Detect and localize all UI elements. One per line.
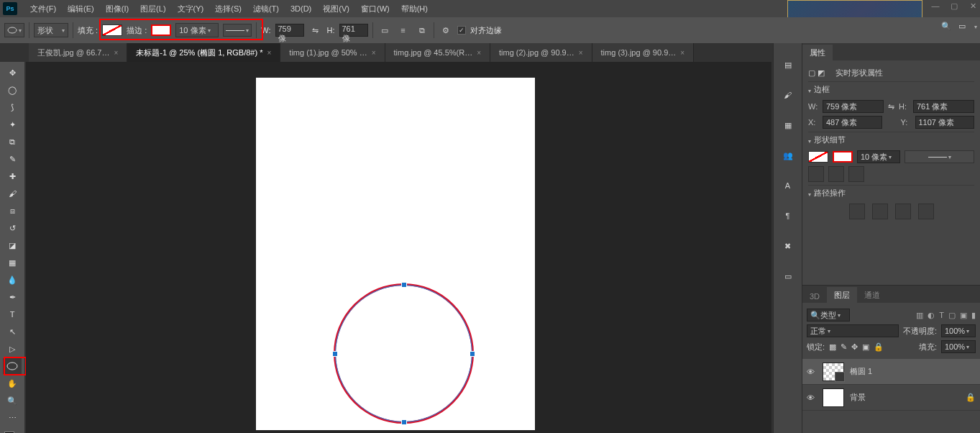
paragraph-icon[interactable]: ¶ [779, 209, 797, 223]
menu-type[interactable]: 文字(Y) [172, 4, 210, 14]
lock-trans-icon[interactable]: ▩ [829, 342, 836, 352]
eyedropper-tool[interactable]: ✎ [3, 151, 22, 167]
fill-input[interactable]: 100% [941, 340, 976, 353]
close-icon[interactable]: × [372, 49, 376, 57]
crop-tool[interactable]: ⧉ [3, 134, 22, 150]
adjustments-icon[interactable]: ✖ [779, 239, 797, 253]
stroke-corner-btn[interactable] [848, 166, 864, 182]
gear-icon[interactable]: ⚙ [439, 23, 453, 37]
close-icon[interactable]: × [267, 49, 272, 57]
styles-icon[interactable]: 👥 [779, 148, 797, 163]
stroke-width-input[interactable]: 10 像素 [175, 23, 219, 37]
menu-3d[interactable]: 3D(D) [285, 4, 317, 13]
tool-preset[interactable] [4, 23, 24, 37]
prop-stroke-style[interactable] [905, 150, 974, 163]
info-icon[interactable]: ▭ [779, 269, 797, 283]
opacity-input[interactable]: 100% [941, 324, 976, 337]
path-select-tool[interactable]: ↖ [3, 324, 22, 339]
filter-type-icon[interactable]: T [939, 311, 944, 320]
handle-left[interactable] [332, 351, 338, 357]
direct-select-tool[interactable]: ▷ [3, 341, 22, 357]
doc-tab-5[interactable]: timg (2).jpg @ 90.9…× [490, 43, 592, 62]
history-brush-tool[interactable]: ↺ [3, 220, 22, 236]
stamp-tool[interactable]: ⧇ [3, 203, 22, 219]
prop-y-input[interactable]: 1107 像素 [915, 116, 975, 129]
lock-nest-icon[interactable]: ▣ [862, 342, 869, 352]
align-icon[interactable]: ≡ [396, 23, 411, 37]
properties-tab[interactable]: 属性 [802, 45, 833, 60]
edit-toolbar[interactable]: ⋯ [3, 410, 22, 426]
layer-row-background[interactable]: 👁 背景 🔒 [802, 385, 980, 411]
search-icon[interactable]: 🔍 [941, 22, 951, 31]
close-icon[interactable]: × [579, 49, 583, 57]
filter-pixel-icon[interactable]: ▥ [916, 311, 923, 320]
lock-all-icon[interactable]: 🔒 [874, 342, 884, 352]
healing-tool[interactable]: ✚ [3, 168, 22, 184]
menu-filter[interactable]: 滤镜(T) [247, 4, 285, 14]
stroke-swatch[interactable] [151, 24, 171, 36]
filter-shape-icon[interactable]: ▢ [948, 311, 956, 320]
layer-name[interactable]: 椭圆 1 [850, 366, 872, 377]
layer-name[interactable]: 背景 [850, 392, 866, 403]
canvas-area[interactable] [26, 62, 771, 433]
handle-right[interactable] [470, 351, 475, 357]
move-tool[interactable]: ✥ [3, 65, 22, 81]
menu-help[interactable]: 帮助(H) [395, 4, 434, 14]
type-tool[interactable]: T [3, 306, 22, 322]
align-edges-checkbox[interactable] [457, 26, 466, 35]
magic-wand-tool[interactable]: ✦ [3, 117, 22, 132]
history-icon[interactable]: ▤ [779, 58, 797, 72]
prop-stroke-swatch[interactable] [833, 151, 853, 163]
pen-tool[interactable]: ✒ [3, 289, 22, 305]
pathop-combine[interactable] [849, 204, 865, 219]
zoom-tool[interactable]: 🔍 [3, 393, 22, 409]
menu-image[interactable]: 图像(I) [100, 4, 134, 14]
character-icon[interactable]: A [779, 178, 797, 193]
arrange-icon[interactable]: ⧉ [415, 23, 429, 37]
menu-file[interactable]: 文件(F) [24, 4, 62, 14]
eraser-tool[interactable]: ◪ [3, 237, 22, 253]
pathop-subtract[interactable] [872, 204, 888, 219]
lock-pos-icon[interactable]: ✥ [851, 342, 858, 352]
visibility-icon[interactable]: 👁 [807, 393, 817, 402]
bounds-header[interactable]: 边框 [814, 84, 830, 95]
prop-stroke-width[interactable]: 10 像素 [857, 150, 900, 163]
ellipse-shape[interactable] [334, 283, 474, 424]
lock-paint-icon[interactable]: ✎ [841, 342, 847, 352]
channels-tab[interactable]: 通道 [857, 287, 887, 303]
menu-layer[interactable]: 图层(L) [134, 4, 171, 14]
hand-tool[interactable]: ✋ [3, 375, 22, 391]
doc-tab-3[interactable]: timg (1).jpg @ 50% …× [280, 43, 385, 62]
detail-header[interactable]: 形状细节 [814, 135, 846, 145]
close-icon[interactable]: × [114, 49, 118, 57]
menu-edit[interactable]: 编辑(E) [62, 4, 100, 14]
width-input[interactable]: 759 像 [275, 24, 304, 37]
marquee-tool[interactable]: ◯ [3, 82, 22, 98]
workspace-menu[interactable] [973, 22, 977, 31]
pathop-exclude[interactable] [918, 204, 934, 219]
3d-tab[interactable]: 3D [802, 289, 827, 303]
filter-adjust-icon[interactable]: ◐ [928, 311, 935, 320]
close-icon[interactable]: × [477, 49, 481, 57]
filter-smart-icon[interactable]: ▣ [960, 311, 967, 320]
link-wh-icon[interactable]: ⇋ [308, 23, 323, 37]
minimize-button[interactable]: — [931, 1, 940, 11]
prop-x-input[interactable]: 487 像素 [823, 116, 882, 129]
menu-select[interactable]: 选择(S) [209, 4, 247, 14]
menu-view[interactable]: 视图(V) [317, 4, 355, 14]
tool-mode-select[interactable]: 形状 [34, 23, 68, 37]
path-op-icon[interactable]: ▭ [377, 23, 392, 37]
pathop-intersect[interactable] [895, 204, 911, 219]
prop-fill-swatch[interactable] [808, 151, 828, 163]
layer-row-ellipse[interactable]: 👁 椭圆 1 [802, 359, 980, 385]
prop-h-input[interactable]: 761 像素 [913, 100, 974, 113]
workspace-icon[interactable]: ▭ [958, 22, 966, 31]
link-icon[interactable]: ⇋ [888, 102, 894, 111]
doc-tab-4[interactable]: timg.jpg @ 45.5%(R…× [385, 43, 490, 62]
ellipse-tool[interactable] [3, 358, 22, 374]
pathops-header[interactable]: 路径操作 [814, 188, 846, 199]
height-input[interactable]: 761 像 [339, 24, 368, 37]
fill-swatch[interactable] [102, 24, 122, 36]
close-button[interactable]: ✕ [968, 1, 977, 11]
menu-window[interactable]: 窗口(W) [355, 4, 395, 14]
